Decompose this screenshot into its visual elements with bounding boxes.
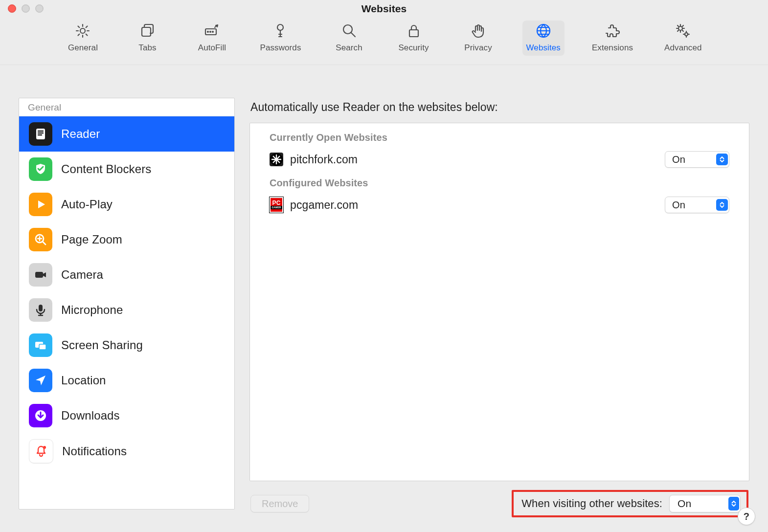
svg-rect-8 <box>409 30 418 37</box>
section-configured-websites: Configured Websites <box>250 175 749 194</box>
sidebar-item-label: Auto-Play <box>61 198 113 211</box>
sidebar-item-label: Location <box>61 374 106 387</box>
sidebar: General Reader Content Blockers Auto-Pla… <box>19 98 235 510</box>
content: General Reader Content Blockers Auto-Pla… <box>19 98 749 517</box>
reader-setting-select[interactable]: On <box>665 197 729 213</box>
sidebar-item-label: Screen Sharing <box>61 338 143 352</box>
hand-icon <box>470 22 487 39</box>
sidebar-item-label: Notifications <box>62 444 127 458</box>
sidebar-header: General <box>19 98 234 116</box>
puzzle-icon <box>604 22 621 39</box>
svg-point-10 <box>678 26 682 30</box>
toolbar-tab-extensions[interactable]: Extensions <box>588 21 637 56</box>
sidebar-item-content-blockers[interactable]: Content Blockers <box>19 152 234 187</box>
footer-controls: Remove When visiting other websites: On <box>249 488 749 517</box>
toolbar-tab-passwords[interactable]: Passwords <box>256 21 305 56</box>
toolbar-tab-websites[interactable]: Websites <box>522 21 565 56</box>
sidebar-item-location[interactable]: Location <box>19 363 234 398</box>
other-websites-select[interactable]: On <box>669 495 741 512</box>
sidebar-item-label: Downloads <box>61 409 120 422</box>
toolbar-tab-privacy[interactable]: Privacy <box>458 21 499 56</box>
svg-rect-15 <box>39 305 43 311</box>
sidebar-item-notifications[interactable]: Notifications <box>19 433 234 469</box>
microphone-icon <box>29 298 52 322</box>
sidebar-item-label: Reader <box>61 127 100 141</box>
toolbar-tab-label: Security <box>398 43 429 53</box>
zoom-icon <box>29 228 52 251</box>
globe-icon <box>535 22 552 39</box>
bell-icon <box>29 439 53 464</box>
select-value: On <box>672 200 685 211</box>
svg-point-5 <box>212 31 213 32</box>
svg-point-0 <box>80 28 85 33</box>
sidebar-list: Reader Content Blockers Auto-Play Page Z… <box>19 116 234 509</box>
tabs-icon <box>139 22 156 39</box>
remove-button[interactable]: Remove <box>250 495 309 512</box>
table-row[interactable]: PCGAMER pcgamer.com On <box>250 194 749 220</box>
toolbar-tab-general[interactable]: General <box>62 21 103 56</box>
toolbar-tab-advanced[interactable]: Advanced <box>660 21 705 56</box>
other-websites-label: When visiting other websites: <box>521 497 662 510</box>
toolbar-tab-tabs[interactable]: Tabs <box>127 21 168 56</box>
sidebar-item-camera[interactable]: Camera <box>19 257 234 292</box>
window-title: Websites <box>0 3 768 15</box>
toolbar-tab-security[interactable]: Security <box>393 21 434 56</box>
sidebar-item-screen-sharing[interactable]: Screen Sharing <box>19 328 234 363</box>
svg-point-3 <box>207 31 208 32</box>
svg-point-11 <box>685 33 688 36</box>
toolbar-tab-label: Passwords <box>260 43 301 53</box>
key-icon <box>272 22 289 39</box>
svg-rect-17 <box>39 344 46 350</box>
toolbar-tab-label: Websites <box>526 43 561 53</box>
gears-icon <box>675 22 691 39</box>
websites-listbox: Currently Open Websites pitchfork.com On <box>249 123 749 481</box>
toolbar-tab-label: AutoFill <box>198 43 226 53</box>
table-row[interactable]: pitchfork.com On <box>250 148 749 175</box>
toolbar-tab-label: Search <box>336 43 362 53</box>
website-domain: pcgamer.com <box>290 199 358 212</box>
main-panel: Automatically use Reader on the websites… <box>249 98 749 517</box>
shield-check-icon <box>29 157 52 181</box>
sidebar-item-label: Page Zoom <box>61 233 122 246</box>
svg-rect-14 <box>35 272 43 278</box>
lock-icon <box>406 22 422 39</box>
select-value: On <box>672 154 685 165</box>
sidebar-item-downloads[interactable]: Downloads <box>19 398 234 433</box>
toolbar-tab-label: Tabs <box>138 43 156 53</box>
section-open-websites: Currently Open Websites <box>250 129 749 148</box>
play-icon <box>29 193 52 216</box>
svg-point-6 <box>277 24 283 30</box>
autofill-icon <box>203 22 220 39</box>
sidebar-item-auto-play[interactable]: Auto-Play <box>19 187 234 222</box>
sidebar-item-label: Content Blockers <box>61 162 151 176</box>
svg-rect-12 <box>36 129 45 139</box>
screens-icon <box>29 333 52 357</box>
website-domain: pitchfork.com <box>290 153 358 166</box>
sidebar-item-reader[interactable]: Reader <box>19 116 234 152</box>
favicon-icon: PCGAMER <box>270 198 283 212</box>
camera-icon <box>29 263 52 287</box>
reader-setting-select[interactable]: On <box>665 151 729 168</box>
sidebar-item-microphone[interactable]: Microphone <box>19 292 234 328</box>
toolbar-tab-autofill[interactable]: AutoFill <box>191 21 232 56</box>
location-icon <box>29 369 52 392</box>
help-button[interactable]: ? <box>738 508 755 525</box>
magnify-icon <box>341 22 358 39</box>
chevron-updown-icon <box>716 154 728 165</box>
download-icon <box>29 404 52 427</box>
favicon-icon <box>270 153 283 166</box>
svg-point-4 <box>210 31 211 32</box>
sidebar-item-label: Microphone <box>61 303 123 317</box>
svg-rect-1 <box>142 27 151 36</box>
toolbar-tab-label: General <box>68 43 98 53</box>
sidebar-item-page-zoom[interactable]: Page Zoom <box>19 222 234 257</box>
chevron-updown-icon <box>716 199 728 211</box>
toolbar-tab-search[interactable]: Search <box>329 21 370 56</box>
preferences-toolbar: General Tabs AutoFill Passwords Search S… <box>0 16 768 65</box>
reader-icon <box>29 122 52 146</box>
toolbar-tab-label: Extensions <box>592 43 633 53</box>
sidebar-item-label: Camera <box>61 268 103 282</box>
other-websites-highlight: When visiting other websites: On <box>512 490 748 517</box>
toolbar-tab-label: Privacy <box>464 43 492 53</box>
select-value: On <box>678 498 691 510</box>
